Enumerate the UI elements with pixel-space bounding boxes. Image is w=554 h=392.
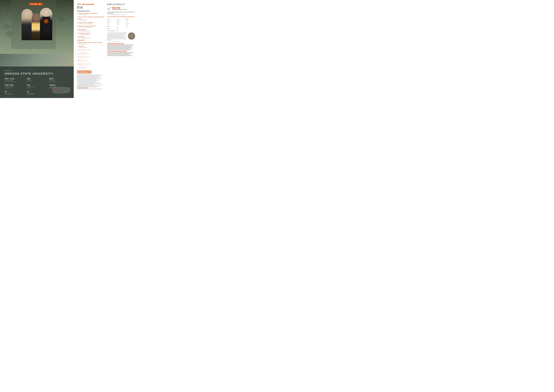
stat-label-top-10: of universities worldwidefor research im… [5,86,25,89]
program-name-natural-resource: NATURAL RESOURCE MANAGEMENT [78,13,98,14]
stat-label-top-percent: of universities worldwideCenter for Worl… [5,80,25,82]
employers-title-suffix: have gained employment with: [117,16,135,17]
arrow-icon [35,3,37,5]
stat-label-rank-1-research: university in Oregonfor research expendi… [5,93,25,95]
employers-title-prefix: OSU'S GRADUATES [107,16,117,17]
hexagons-right-svg [59,6,73,34]
program-source-agricultural: QS World University Rankings 2020 [77,23,105,24]
svg-marker-5 [6,15,12,23]
salary-label: HIGHER AVERAGE SALARY [112,9,127,10]
stat-label-rank-41: best public universityin the US [27,86,47,89]
employer-google: Google [117,23,126,25]
program-rank-116: #116 [77,36,80,37]
employers-grid: Adidas Dell Inc. Nvidia Amazon Deloitte … [107,18,135,32]
svg-marker-1 [36,3,37,5]
program-source-human-dev: College Factual 2020 [77,43,105,44]
program-blurred-3: ##MORE PROGRAM INFO Source 2020 [77,56,105,59]
svg-rect-17 [77,7,78,7]
program-computer-science-popular: 19 MOST POPULAR COMPUTER SCIENCE PROGRAM… [77,16,105,21]
university-name: OREGON STATE UNIVERSITY [5,72,69,75]
blurred-programs: ##PROGRAM NAME HERE Source Info 2020 ##A… [77,49,105,89]
program-source-cs-popular: College Factual 2020 [77,20,105,21]
program-earth-marine: #37 EARTH AND MARINE SCIENCES QS World U… [77,25,105,28]
program-rank-7: #7 [77,46,78,47]
svg-marker-11 [59,15,65,23]
program-business: #116 BUSINESS U.S. News & World Report 2… [77,36,105,39]
svg-marker-2 [3,8,10,15]
employability-title: EMPLOYABILITY [107,3,135,6]
program-name-robotics: ROBOTICS [78,46,84,47]
blurred-text-block [77,75,105,89]
quote-content: "The best thing I experienced at Oregon … [107,33,127,40]
chart-icon [107,7,111,11]
employer-nvidia: Nvidia [126,18,135,20]
svg-marker-3 [8,8,15,15]
program-rank-19: 19 [77,16,78,18]
svg-marker-4 [1,15,7,23]
salary-info: $20,000 HIGHER AVERAGE SALARY [112,7,127,10]
disclaimer: Source information available upon reques… [5,97,17,98]
svg-rect-18 [78,7,79,7]
svg-rect-19 [77,8,78,8]
stat-top-10: TOP 10% of universities worldwidefor res… [5,84,25,89]
program-name-human-dev: HUMAN DEVELOPMENT AND FAMILY STUDIES [78,42,102,43]
employer-adidas: Adidas [107,18,117,20]
svg-point-43 [111,7,111,7]
program-human-development: #5 HUMAN DEVELOPMENT AND FAMILY STUDIES … [77,41,105,44]
stat-label-rank-1-grad: university in Oregonfor graduate program… [27,93,47,95]
program-blurred-5: ##ADDITIONAL PROGRAM Source 2021 [77,63,105,66]
us-map-svg: OSU [51,86,71,96]
stat-value-rank-1-grad: #1 [27,91,47,93]
program-blurred-1: ##PROGRAM NAME HERE Source Info 2020 [77,49,105,51]
employer-hp: HP [117,25,126,27]
employer-dell: Dell Inc. [117,18,126,20]
program-rank-5: #5 [77,42,78,43]
svg-marker-10 [62,8,68,15]
stat-rank-1-grad: #1 university in Oregonfor graduate prog… [27,91,47,95]
program-rank-83: #83 [77,29,79,30]
left-photo-section: INTO ORE OSU [0,0,74,98]
hexagons-svg [1,6,23,45]
blurred-employability-section [107,43,135,56]
program-engineering: #83 ENGINEERING U.S. News & World Report… [77,28,105,32]
program-blurred-6: ##FINAL PROGRAM Source 2021 [77,66,105,69]
svg-rect-28 [81,7,81,8]
program-source-business: U.S. News & World Report 2021 [77,38,105,39]
start-at-label: START AT [5,70,69,71]
employers-title: OSU'S GRADUATES have gained employment w… [107,16,135,17]
program-rank-1: #1 [77,13,78,14]
program-source-computer-science: U.S. News & World Report 2021 [77,34,105,35]
employer-apple: Apple [107,23,117,25]
employer-intel: Intel [117,27,126,29]
program-robotics: #7 ROBOTICS Analytics Insight 2019 [77,45,105,48]
employer-coach: Coach [107,27,117,29]
quote-continuation: Coming to a new country and learning... [107,41,135,42]
program-agricultural: #24 AGRICULTURAL SCIENCES QS World Unive… [77,21,105,24]
hex-pattern-right [59,6,73,34]
stat-value-rank-1-research: #1 [5,91,25,93]
stat-rank-41: #41 best public universityin the US [27,84,47,89]
stat-value-top-percent: TOP 1.4% [5,78,25,80]
blurred-button: VIEW PROGRAMS [77,70,92,74]
salary-source: US Department of Education / Department … [107,14,135,15]
employer-tesla: Tesla [126,25,135,27]
svg-rect-29 [82,7,82,8]
salary-chart-svg [107,7,111,11]
svg-marker-6 [3,23,10,30]
employer-spacex: SpaceX [126,23,135,25]
employer-columbia: Columbia Sportswear [107,29,117,32]
employer-deloitte: Deloitte [117,20,126,22]
employer-pixar: Pixar [126,20,135,22]
stat-value-top-10: TOP 10% [5,84,25,86]
stat-rank-1-research: #1 university in Oregonfor research expe… [5,91,25,95]
stat-label-rank-82: best universityin the US [27,80,47,82]
program-computer-science: #71 COMPUTER SCIENCE U.S. News & World R… [77,32,105,35]
stat-value-450plus: 450+ [49,78,69,80]
stat-top-percent: TOP 1.4% of universities worldwideCenter… [5,78,25,82]
program-rank-71: #71 [77,33,79,34]
program-source-robotics: Analytics Insight 2019 [77,47,105,48]
program-name-cs-popular: MOST POPULAR COMPUTER SCIENCE PROGRAM IN… [77,16,104,20]
svg-text:OSU: OSU [53,89,55,90]
stat-rank-82: #82 best universityin the US [27,78,47,82]
program-source-earth-marine: QS World University Rankings 2020 [77,27,105,28]
